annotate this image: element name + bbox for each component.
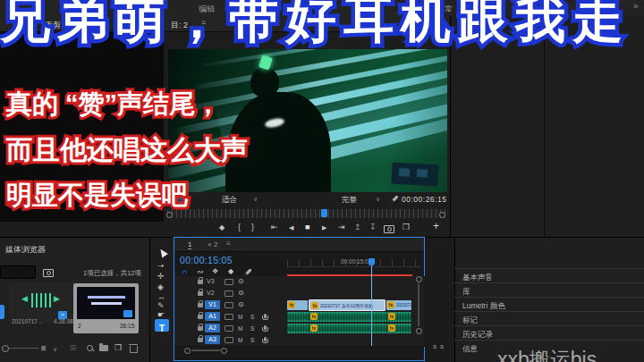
panel-tab-lumetri-color[interactable]: Lumetri 颜色 xyxy=(454,297,644,312)
track-a2-mic-icon[interactable] xyxy=(264,325,267,330)
hand-tool-icon[interactable]: ☛ xyxy=(157,311,165,319)
timeline-hscroll-right-dot[interactable] xyxy=(221,348,227,354)
clip-v1-left[interactable]: fx xyxy=(287,300,308,310)
thumb-zoom-handle[interactable] xyxy=(2,345,9,352)
media-thumb-video-selected[interactable]: 2 26:15 xyxy=(73,283,139,333)
type-tool-button[interactable]: T xyxy=(155,319,169,332)
meter-solo-right[interactable]: S xyxy=(440,344,444,349)
track-a2-lock-icon[interactable] xyxy=(198,326,203,331)
export-frame-camera-icon[interactable] xyxy=(384,225,394,233)
track-a1-mute-button[interactable]: M xyxy=(238,314,242,320)
track-v3-eye-icon[interactable]: ⊙ xyxy=(238,278,244,285)
media-search-input[interactable] xyxy=(0,265,36,279)
snap-icon[interactable]: ∩ xyxy=(182,268,188,276)
program-quality-select[interactable]: 完整 xyxy=(342,195,357,206)
track-a2-mute-button[interactable]: M xyxy=(238,325,242,332)
view-chevron-icon[interactable]: ∨ xyxy=(53,346,57,352)
clip-v1-right[interactable]: fx 2021071 xyxy=(386,300,411,310)
track-a1-lock-icon[interactable] xyxy=(198,315,203,319)
media-capture-icon[interactable] xyxy=(43,269,54,277)
menu-overflow-icon[interactable]: » xyxy=(633,2,639,11)
track-v3-label[interactable]: V3 xyxy=(207,278,215,284)
track-v2-lock-icon[interactable] xyxy=(198,291,203,296)
scrubber-left-dot[interactable] xyxy=(166,212,173,218)
clip-a1[interactable]: fx fx xyxy=(287,312,411,322)
razor-tool-icon[interactable]: ◈ xyxy=(157,283,164,291)
track-v1-label[interactable]: V1 xyxy=(205,300,220,309)
media-browser-title[interactable]: 媒体浏览器 xyxy=(5,244,46,256)
program-mark-in-icon[interactable]: { xyxy=(238,223,241,232)
program-goto-in-icon[interactable]: ⇤ xyxy=(271,223,278,232)
thumbnail-view-icon[interactable]: ⊞ xyxy=(70,344,77,352)
track-v3-lock-icon[interactable] xyxy=(198,280,203,284)
panel-tab-markers[interactable]: 标记 xyxy=(454,311,644,326)
track-v3-source-patch[interactable] xyxy=(225,279,233,285)
clip-a2[interactable]: fx fx xyxy=(287,324,411,333)
linked-selection-icon[interactable]: ∾ xyxy=(197,268,204,276)
track-v2-eye-icon[interactable]: ⊙ xyxy=(238,290,244,297)
track-a1-source-patch[interactable] xyxy=(225,314,233,320)
panel-tab-history[interactable]: 历史记录 xyxy=(454,325,644,341)
track-v2-source-patch[interactable] xyxy=(225,290,233,297)
program-add-button-icon[interactable]: + xyxy=(433,221,439,232)
timeline-playhead-line[interactable] xyxy=(371,265,372,346)
track-a1-mic-icon[interactable] xyxy=(264,314,267,318)
track-v2-label[interactable]: V2 xyxy=(207,290,215,296)
track-a3-mute-button[interactable]: M xyxy=(238,337,242,343)
new-item-icon[interactable]: ❐ xyxy=(114,344,122,352)
program-zoom-chevron-icon[interactable]: ∨ xyxy=(253,196,258,202)
timeline-vscroll-bar[interactable] xyxy=(418,283,419,326)
clip-v1-main-selected[interactable]: fx 20210717 乐华12周年家族 xyxy=(309,299,386,311)
program-settings-wrench-icon[interactable] xyxy=(391,195,398,202)
timeline-vscroll-bottom-dot[interactable] xyxy=(416,328,422,334)
timeline-tab-2[interactable]: × 2 xyxy=(208,240,217,248)
new-bin-folder-icon[interactable] xyxy=(99,345,108,351)
program-step-forward-icon[interactable]: ▶ xyxy=(322,224,326,231)
comparison-view-icon[interactable]: ❐ xyxy=(402,223,410,232)
track-a2-label[interactable]: A2 xyxy=(205,324,220,333)
timeline-playhead-cap[interactable] xyxy=(369,258,375,265)
track-v1-eye-icon[interactable]: ⊙ xyxy=(238,301,244,308)
track-a3-mic-icon[interactable] xyxy=(264,337,267,341)
timeline-tab-1[interactable]: 1 xyxy=(188,240,191,249)
slip-tool-icon[interactable]: ↔ xyxy=(157,293,165,301)
list-view-icon[interactable]: ≡ xyxy=(41,344,47,353)
track-a3-solo-button[interactable]: S xyxy=(250,337,254,343)
timeline-marker-icon[interactable]: ◆ xyxy=(228,268,233,275)
timeline-hscroll-left-dot[interactable] xyxy=(184,348,191,354)
track-a3-label[interactable]: A3 xyxy=(205,335,220,344)
timeline-vscroll-top-dot[interactable] xyxy=(416,276,422,282)
timeline-settings-icon[interactable]: ❖ xyxy=(212,268,218,275)
media-thumb-partial[interactable] xyxy=(0,305,4,319)
program-zoom-select[interactable]: 适合 xyxy=(222,195,237,206)
track-v1-source-patch[interactable] xyxy=(225,302,233,308)
program-goto-out-icon[interactable]: ⇥ xyxy=(338,223,345,232)
panel-tab-essential-sound[interactable]: 基本声音 xyxy=(454,268,644,283)
program-mark-out-icon[interactable]: } xyxy=(251,223,254,232)
track-a1-label[interactable]: A1 xyxy=(205,312,220,321)
program-scrubber[interactable] xyxy=(167,209,446,218)
audio-item-name[interactable]: 20210717 .. xyxy=(12,318,42,324)
program-play-stop-icon[interactable]: ■ xyxy=(305,223,309,232)
pen-tool-icon[interactable]: ✎ xyxy=(157,302,165,310)
panel-tab-libraries[interactable]: 库 xyxy=(454,282,644,298)
media-thumb-audio[interactable]: ◀ ▶ ≈ xyxy=(9,282,80,323)
track-a2-solo-button[interactable]: S xyxy=(250,325,254,332)
media-search-icon[interactable] xyxy=(87,345,93,351)
track-a1-solo-button[interactable]: S xyxy=(250,314,254,320)
selection-tool-icon[interactable] xyxy=(157,248,168,258)
program-lift-icon[interactable]: ↥ xyxy=(354,223,361,232)
program-playhead-marker[interactable] xyxy=(321,209,327,217)
track-select-tool-icon[interactable]: ⇢ xyxy=(157,262,165,270)
timeline-hscroll-bar[interactable] xyxy=(191,349,220,351)
timeline-wrench-icon[interactable] xyxy=(244,268,251,275)
track-a3-lock-icon[interactable] xyxy=(198,338,203,342)
program-marker-icon[interactable]: ◆ xyxy=(219,224,225,232)
timeline-timecode[interactable]: 00:00:15:05 xyxy=(180,255,233,265)
program-quality-chevron-icon[interactable]: ∨ xyxy=(376,196,380,202)
scrubber-right-dot[interactable] xyxy=(439,212,445,218)
meter-solo-left[interactable]: S xyxy=(433,344,436,349)
delete-trash-icon[interactable] xyxy=(130,346,138,353)
program-extract-icon[interactable]: ↧ xyxy=(369,223,377,232)
timeline-panel-menu-icon[interactable]: ≡ xyxy=(226,240,231,248)
